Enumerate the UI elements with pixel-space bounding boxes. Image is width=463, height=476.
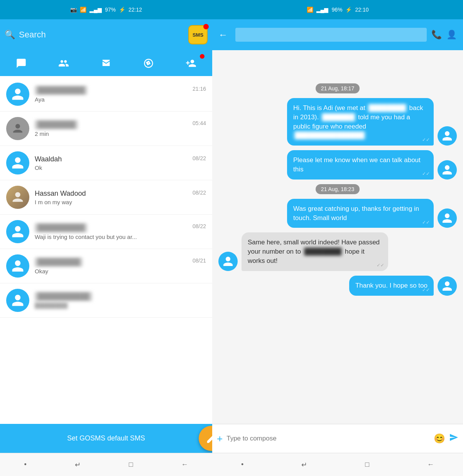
avatar <box>6 254 29 278</box>
message-bubble: Was great catching up, thanks for gettin… <box>287 199 434 228</box>
time-left: 22:12 <box>128 7 142 13</box>
svg-point-1 <box>15 192 20 197</box>
list-item[interactable]: Hassan Wadood 08/22 I m on my way <box>0 180 212 215</box>
conv-info: Hassan Wadood 08/22 I m on my way <box>35 190 206 205</box>
set-default-label[interactable]: Set GOSMS default SMS <box>67 434 145 442</box>
list-item[interactable]: Waaldah 08/22 Ok <box>0 146 212 180</box>
message-bubble: Please let me know when we can talk abou… <box>287 150 434 180</box>
conv-message: Okay <box>35 268 206 274</box>
search-header: 🔍 Search SMS <box>0 19 212 50</box>
list-item[interactable]: ████████ 05:44 2 min <box>0 112 212 146</box>
app-icon-label: SMS <box>193 32 203 38</box>
list-item[interactable]: █████████ 08/21 Okay <box>0 249 212 283</box>
conv-message: I m on my way <box>35 199 206 205</box>
chat-panel: 21 Aug, 18:17 Hi. This is Adi (we met at… <box>212 77 463 453</box>
tab-compass[interactable] <box>127 50 170 76</box>
chat-messages: 21 Aug, 18:17 Hi. This is Adi (we met at… <box>212 77 463 424</box>
conv-name-blurred: ██████████ <box>35 223 87 232</box>
person-icon[interactable]: 👤 <box>446 30 457 40</box>
conv-name-blurred: ███████████ <box>35 292 92 301</box>
nav-home-right[interactable]: □ <box>365 461 369 469</box>
message-row: Same here, small world indeed! Have pass… <box>218 232 457 271</box>
conv-info: █████████ 08/21 Okay <box>35 257 206 274</box>
date-badge-1: 21 Aug, 18:17 <box>316 83 360 93</box>
bottom-bar-left: Set GOSMS default SMS <box>0 424 212 453</box>
avatar <box>6 83 29 106</box>
nav-dot-left: • <box>24 461 26 469</box>
attach-button[interactable]: + <box>217 433 223 445</box>
chat-avatar <box>438 276 457 296</box>
bottom-navigation: • ↵ □ ← • ↵ □ ← <box>0 453 463 476</box>
status-bar-left: 📷 📶 ▂▄▆ 97% ⚡ 22:12 <box>0 0 212 19</box>
tab-add-person[interactable] <box>170 50 212 76</box>
conv-name-blurred: ██████████ <box>35 86 87 95</box>
compose-fab-button[interactable] <box>199 426 212 451</box>
nav-tabs <box>0 50 212 77</box>
avatar <box>6 289 29 312</box>
camera-icon: 📷 <box>70 7 77 13</box>
message-tick: ✓✓ <box>377 262 384 269</box>
avatar <box>6 151 29 174</box>
conv-info: ██████████ 08/22 Waji is trying to conta… <box>35 223 206 240</box>
list-item[interactable]: ███████████ ████████ <box>0 283 212 318</box>
message-tick: ✓✓ <box>422 137 430 143</box>
conv-info: ███████████ ████████ <box>35 292 206 309</box>
app-badge <box>203 24 209 29</box>
svg-point-0 <box>15 124 20 129</box>
wifi-icon-right: 📶 <box>307 7 313 13</box>
conv-name: Waaldah <box>35 155 62 163</box>
charge-icon-left: ⚡ <box>119 7 125 13</box>
message-tick: ✓✓ <box>422 219 430 226</box>
signal-icon-left: ▂▄▆ <box>90 7 102 13</box>
compose-input[interactable] <box>226 435 430 442</box>
list-item[interactable]: ██████████ 21:16 Aya <box>0 77 212 112</box>
conv-message: Waji is trying to contact you but you ar… <box>35 234 206 240</box>
compose-bar: + 😊 <box>212 424 463 453</box>
conv-info: ██████████ 21:16 Aya <box>35 86 206 103</box>
conv-info: Waaldah 08/22 Ok <box>35 155 206 171</box>
conversation-list-panel: ██████████ 21:16 Aya ████████ 05:44 2 mi… <box>0 77 212 453</box>
tab-badge <box>200 54 204 59</box>
bottom-nav-left: • ↵ □ ← <box>0 453 212 476</box>
conv-name-blurred: ████████ <box>35 120 78 129</box>
wifi-icon-left: 📶 <box>80 7 86 13</box>
app-icon[interactable]: SMS <box>188 25 208 44</box>
battery-left: 97% <box>105 7 116 13</box>
message-bubble: Hi. This is Adi (we met at ████████ back… <box>287 98 434 146</box>
search-label[interactable]: Search <box>19 30 184 40</box>
conv-message: 2 min <box>35 130 206 137</box>
nav-recent-left[interactable]: ↵ <box>75 461 81 469</box>
nav-back-right[interactable]: ← <box>427 461 434 469</box>
battery-right: 96% <box>331 7 342 13</box>
tab-people[interactable] <box>42 50 85 76</box>
message-row: Was great catching up, thanks for gettin… <box>218 199 457 228</box>
list-item[interactable]: ██████████ 08/22 Waji is trying to conta… <box>0 215 212 249</box>
chat-avatar <box>218 252 238 271</box>
time-right: 22:10 <box>355 7 368 13</box>
tab-chat[interactable] <box>0 50 42 76</box>
nav-home-left[interactable]: □ <box>129 461 133 469</box>
contact-name-blurred <box>235 28 427 42</box>
back-button[interactable]: ← <box>218 29 228 40</box>
date-badge-2: 21 Aug, 18:23 <box>316 184 360 194</box>
conv-message: Aya <box>35 96 206 103</box>
nav-recent-right[interactable]: ↵ <box>301 461 307 469</box>
message-row: Thank you. I hope so too ✓✓ <box>218 276 457 296</box>
message-tick: ✓✓ <box>422 171 430 177</box>
signal-icon-right: ▂▄▆ <box>316 7 329 13</box>
phone-icon[interactable]: 📞 <box>431 30 442 40</box>
chat-avatar <box>438 126 457 146</box>
conv-message: ████████ <box>35 302 206 309</box>
emoji-button[interactable]: 😊 <box>434 433 445 444</box>
send-button[interactable] <box>449 433 458 444</box>
message-row: Please let me know when we can talk abou… <box>218 150 457 180</box>
charge-icon-right: ⚡ <box>345 7 352 13</box>
message-row: Hi. This is Adi (we met at ████████ back… <box>218 98 457 146</box>
message-bubble: Thank you. I hope so too ✓✓ <box>349 276 434 296</box>
tab-store[interactable] <box>85 50 127 76</box>
nav-dot-right: • <box>241 461 243 469</box>
avatar <box>6 117 29 140</box>
nav-back-left[interactable]: ← <box>181 461 188 469</box>
bottom-nav-right: • ↵ □ ← <box>212 453 463 476</box>
status-bar-right: 📶 ▂▄▆ 96% ⚡ 22:10 <box>212 0 463 19</box>
